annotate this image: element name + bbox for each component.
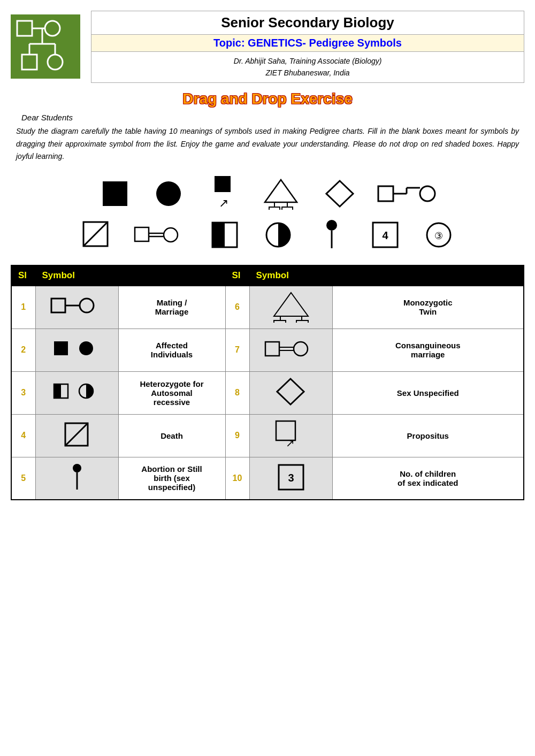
meaning-col-right-2: Consanguineous marriage bbox=[332, 329, 524, 371]
svg-marker-14 bbox=[265, 180, 297, 202]
meaning-col-left-1: Mating / Marriage bbox=[118, 286, 225, 329]
symbol-col-right-5[interactable]: 3 bbox=[249, 457, 332, 500]
sym-square-line-circle[interactable] bbox=[377, 180, 436, 207]
symbol-col-right-3[interactable] bbox=[249, 371, 332, 414]
dear-students-text: Dear Students bbox=[21, 113, 524, 122]
svg-point-34 bbox=[326, 220, 337, 231]
meaning-col-left-5: Abortion or Still birth (sex unspecified… bbox=[118, 457, 225, 500]
svg-text:↗: ↗ bbox=[219, 196, 228, 210]
sym-diamond[interactable] bbox=[324, 179, 356, 209]
svg-rect-12 bbox=[215, 176, 231, 192]
sl-col-right-5: 10 bbox=[225, 457, 249, 500]
table-row: 4 Death 9 ↗ Propositus bbox=[11, 414, 524, 457]
sym-stillbirth[interactable] bbox=[316, 219, 348, 251]
symbols-display-area: ↗ bbox=[11, 172, 524, 254]
sym-half-filled-square[interactable] bbox=[209, 222, 241, 248]
meaning-col-left-4: Death bbox=[118, 414, 225, 457]
table-row: 1 Mating / Marriage 6 Monozygotic Twin bbox=[11, 286, 524, 329]
header-sl2: Sl bbox=[225, 265, 249, 286]
svg-point-30 bbox=[164, 228, 178, 242]
svg-marker-57 bbox=[277, 379, 304, 404]
sym-propositus[interactable]: ③ bbox=[423, 222, 455, 248]
svg-line-59 bbox=[65, 423, 88, 446]
svg-marker-43 bbox=[274, 293, 308, 316]
svg-rect-50 bbox=[265, 342, 279, 356]
sym-half-filled-circle[interactable] bbox=[262, 222, 294, 248]
topic-line: Topic: GENETICS- Pedigree Symbols bbox=[91, 34, 524, 52]
svg-rect-48 bbox=[54, 341, 68, 355]
svg-rect-47 bbox=[296, 320, 308, 323]
sl-col-left-3: 3 bbox=[11, 371, 35, 414]
meaning-col-right-1: Monozygotic Twin bbox=[332, 286, 524, 329]
svg-line-26 bbox=[83, 222, 108, 246]
sl-col-right-3: 8 bbox=[225, 371, 249, 414]
logo bbox=[11, 14, 80, 79]
symbols-row-2[interactable]: 4 ③ bbox=[11, 219, 524, 251]
symbol-col-right-4[interactable]: ↗ bbox=[249, 414, 332, 457]
meaning-col-left-3: Heterozygote for Autosomal recessive bbox=[118, 371, 225, 414]
symbols-row-1[interactable]: ↗ bbox=[11, 175, 524, 212]
symbol-col-left-5[interactable] bbox=[35, 457, 118, 500]
svg-point-62 bbox=[73, 464, 81, 472]
institute-name: ZIET Bhubaneswar, India bbox=[265, 68, 349, 77]
sl-col-left-4: 4 bbox=[11, 414, 35, 457]
symbol-col-right-2[interactable] bbox=[249, 329, 332, 371]
svg-rect-10 bbox=[103, 181, 127, 206]
pedigree-table: Sl Symbol Sl Symbol 1 Mating / Marriage … bbox=[11, 265, 524, 500]
svg-rect-40 bbox=[51, 299, 65, 312]
svg-rect-55 bbox=[54, 384, 61, 398]
sl-col-left-2: 2 bbox=[11, 329, 35, 371]
main-title: Senior Secondary Biology bbox=[91, 11, 524, 34]
sl-col-right-4: 9 bbox=[225, 414, 249, 457]
svg-rect-20 bbox=[378, 186, 393, 201]
author-name: Dr. Abhijit Saha, Training Associate (Bi… bbox=[234, 57, 382, 65]
svg-text:↗: ↗ bbox=[285, 437, 294, 449]
svg-point-53 bbox=[294, 342, 308, 356]
instructions-text: Study the diagram carefully the table ha… bbox=[16, 125, 519, 163]
svg-point-11 bbox=[156, 181, 181, 206]
symbol-col-left-3[interactable] bbox=[35, 371, 118, 414]
svg-rect-32 bbox=[212, 223, 225, 247]
svg-text:3: 3 bbox=[288, 472, 294, 484]
header-sl1: Sl bbox=[11, 265, 35, 286]
symbol-col-right-1[interactable] bbox=[249, 286, 332, 329]
meaning-col-right-4: Propositus bbox=[332, 414, 524, 457]
drag-drop-title: Drag and Drop Exercise bbox=[11, 90, 524, 108]
page-header: Senior Secondary Biology Topic: GENETICS… bbox=[11, 11, 524, 83]
sym-consanguineous[interactable] bbox=[134, 222, 187, 248]
sym-small-filled-square-arrow[interactable]: ↗ bbox=[206, 175, 238, 212]
svg-rect-17 bbox=[269, 207, 280, 210]
svg-marker-19 bbox=[326, 181, 353, 207]
svg-point-24 bbox=[420, 186, 435, 201]
header-sym1: Symbol bbox=[35, 265, 118, 286]
svg-rect-18 bbox=[282, 207, 293, 210]
svg-point-49 bbox=[79, 341, 93, 355]
header-sym2: Symbol bbox=[249, 265, 332, 286]
meaning-col-right-3: Sex Unspecified bbox=[332, 371, 524, 414]
sl-col-right-2: 7 bbox=[225, 329, 249, 371]
svg-text:4: 4 bbox=[382, 230, 388, 241]
symbol-col-left-1[interactable] bbox=[35, 286, 118, 329]
sym-square-diagonal[interactable] bbox=[80, 220, 112, 250]
symbol-col-left-4[interactable] bbox=[35, 414, 118, 457]
symbol-col-left-2[interactable] bbox=[35, 329, 118, 371]
header-meaning2 bbox=[332, 265, 524, 286]
meaning-col-right-5: No. of children of sex indicated bbox=[332, 457, 524, 500]
svg-rect-46 bbox=[274, 320, 286, 323]
sym-numbered-square[interactable]: 4 bbox=[369, 222, 401, 248]
sym-filled-square[interactable] bbox=[99, 180, 131, 207]
meaning-col-left-2: Affected Individuals bbox=[118, 329, 225, 371]
sym-filled-circle[interactable] bbox=[152, 180, 185, 207]
sl-col-left-5: 5 bbox=[11, 457, 35, 500]
table-row: 2 Affected Individuals 7 Consanguineous … bbox=[11, 329, 524, 371]
table-header: Sl Symbol Sl Symbol bbox=[11, 265, 524, 286]
header-meaning1 bbox=[118, 265, 225, 286]
header-text-block: Senior Secondary Biology Topic: GENETICS… bbox=[91, 11, 524, 83]
sym-triangle-square[interactable] bbox=[259, 178, 302, 210]
table-row: 5 Abortion or Still birth (sex unspecifi… bbox=[11, 457, 524, 500]
svg-point-42 bbox=[80, 299, 94, 312]
table-row: 3 Heterozygote for Autosomal recessive 8… bbox=[11, 371, 524, 414]
author-info: Dr. Abhijit Saha, Training Associate (Bi… bbox=[91, 52, 524, 82]
sl-col-left-1: 1 bbox=[11, 286, 35, 329]
svg-text:③: ③ bbox=[434, 231, 443, 241]
